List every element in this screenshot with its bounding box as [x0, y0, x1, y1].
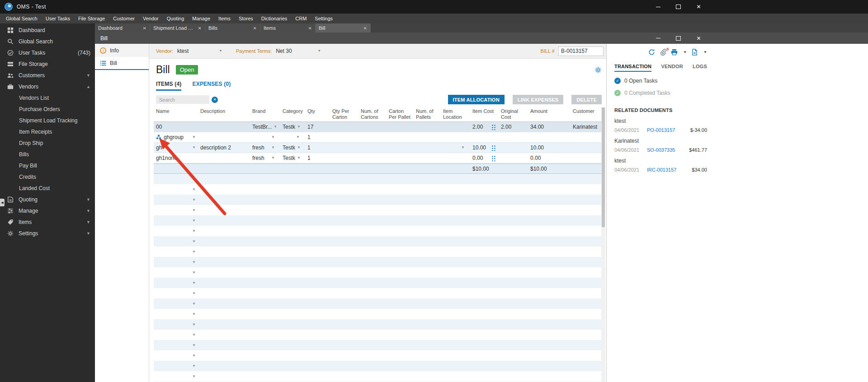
menu-item-global-search[interactable]: Global Search	[2, 16, 42, 21]
cell-dropdown-caret-icon[interactable]: ▼	[190, 188, 196, 191]
cell-dropdown-caret-icon[interactable]: ▼	[272, 125, 277, 129]
sidebar-item-file-storage[interactable]: File Storage	[0, 58, 95, 70]
cell-dropdown-caret-icon[interactable]: ▼	[190, 271, 196, 275]
cell-dropdown-caret-icon[interactable]: ▼	[190, 146, 196, 149]
link-expenses-button[interactable]: LINK EXPENSES	[513, 95, 564, 104]
document-tab-bills[interactable]: Bills✕	[205, 23, 260, 33]
row-menu-dots-icon[interactable]	[491, 155, 495, 161]
table-row-00[interactable]: 00TestBr...▼Testk▼172.002.0034.00Karinat…	[154, 122, 601, 132]
sidebar-item-item-receipts[interactable]: Item Receipts	[0, 126, 95, 137]
empty-table-row[interactable]: ▼	[154, 174, 601, 184]
sidebar-item-vendors-list[interactable]: Vendors List	[0, 92, 95, 103]
empty-table-row[interactable]: ▼	[154, 257, 601, 267]
attachment-icon[interactable]: 0	[660, 49, 666, 56]
cell-dropdown-caret-icon[interactable]: ▼	[190, 333, 196, 337]
related-document-link[interactable]: SO-0037335	[647, 147, 675, 153]
empty-table-row[interactable]: ▼	[154, 267, 601, 278]
tab-close-icon[interactable]: ✕	[306, 26, 312, 31]
document-tab-bill[interactable]: Bill✕	[316, 23, 371, 33]
cell-dropdown-caret-icon[interactable]: ▼	[294, 135, 300, 139]
empty-table-row[interactable]: ▼	[154, 236, 601, 247]
inner-minimize-button[interactable]	[648, 33, 668, 44]
sidebar-item-global-search[interactable]: Global Search	[0, 36, 95, 47]
panel-tab-logs[interactable]: LOGS	[693, 64, 707, 72]
tab-close-icon[interactable]: ✕	[140, 26, 146, 31]
table-scrollbar[interactable]	[601, 107, 605, 382]
cell-dropdown-caret-icon[interactable]: ▼	[295, 156, 301, 160]
sidebar-item-items[interactable]: Items▼	[0, 216, 95, 228]
panel-tab-vendor[interactable]: VENDOR	[661, 64, 683, 72]
maximize-button[interactable]	[668, 0, 689, 14]
cell-dropdown-caret-icon[interactable]: ▼	[190, 375, 196, 378]
menu-item-manage[interactable]: Manage	[188, 16, 214, 21]
tab-close-icon[interactable]: ✕	[361, 26, 367, 31]
empty-table-row[interactable]: ▼	[154, 205, 601, 215]
refresh-icon[interactable]	[648, 49, 655, 56]
sidebar-item-bills[interactable]: Bills	[0, 149, 95, 160]
row-menu-dots-icon[interactable]	[491, 144, 495, 151]
related-document-link[interactable]: IRC-0013157	[647, 167, 676, 172]
table-row-gh1none[interactable]: gh1nonefresh▼Testk▼10.000.00	[154, 153, 601, 163]
cell-dropdown-caret-icon[interactable]: ▼	[190, 354, 196, 358]
sidebar-item-vendors[interactable]: Vendors▲	[0, 81, 95, 92]
empty-table-row[interactable]: ▼	[154, 319, 601, 330]
sidebar-item-user-tasks[interactable]: User Tasks(743)	[0, 47, 95, 58]
menu-item-stores[interactable]: Stores	[235, 16, 257, 21]
tab-expenses-0[interactable]: EXPENSES (0)	[192, 81, 231, 91]
menu-item-vendor[interactable]: Vendor	[139, 16, 163, 21]
cell-dropdown-caret-icon[interactable]: ▼	[190, 364, 196, 368]
cell-dropdown-caret-icon[interactable]: ▼	[295, 125, 301, 129]
document-tab-shipment-load-trac[interactable]: Shipment Load Trac...✕	[150, 23, 205, 33]
menu-item-quoting[interactable]: Quoting	[163, 16, 189, 21]
empty-table-row[interactable]: ▼	[154, 288, 601, 298]
empty-table-row[interactable]: ▼	[154, 195, 601, 205]
table-row-gh[interactable]: gh▼description 2fresh▼Testk▼1▼10.0010.00	[154, 143, 601, 153]
menu-item-settings[interactable]: Settings	[311, 16, 337, 21]
empty-table-row[interactable]: ▼	[154, 309, 601, 319]
cell-dropdown-caret-icon[interactable]: ▼	[190, 209, 196, 212]
payment-terms-select[interactable]: Net 30 ▼	[276, 48, 321, 54]
nav-item-bill[interactable]: Bill	[95, 57, 149, 70]
inner-restore-button[interactable]	[668, 33, 689, 44]
sidebar-collapse-button[interactable]: ◀	[0, 199, 5, 206]
cell-dropdown-caret-icon[interactable]: ▼	[190, 312, 196, 316]
cell-dropdown-caret-icon[interactable]: ▼	[190, 135, 196, 139]
bill-number-input[interactable]	[558, 47, 604, 56]
inner-close-button[interactable]: ✕	[689, 33, 709, 44]
cell-dropdown-caret-icon[interactable]: ▼	[190, 177, 196, 181]
cell-dropdown-caret-icon[interactable]: ▼	[295, 146, 301, 149]
sidebar-item-manage[interactable]: Manage▼	[0, 205, 95, 216]
cell-dropdown-caret-icon[interactable]: ▼	[190, 323, 196, 326]
empty-table-row[interactable]: ▼	[154, 330, 601, 340]
cell-dropdown-caret-icon[interactable]: ▼	[190, 344, 196, 347]
scrollbar-thumb[interactable]	[602, 107, 605, 227]
empty-table-row[interactable]: ▼	[154, 278, 601, 288]
export-icon[interactable]	[691, 49, 698, 56]
cell-dropdown-caret-icon[interactable]: ▼	[269, 156, 275, 160]
menu-item-dictionaries[interactable]: Dictionaries	[257, 16, 291, 21]
empty-table-row[interactable]: ▼	[154, 340, 601, 350]
sidebar-item-dashboard[interactable]: Dashboard	[0, 24, 95, 36]
cell-dropdown-caret-icon[interactable]: ▼	[190, 229, 196, 233]
cell-dropdown-caret-icon[interactable]: ▼	[190, 302, 196, 306]
empty-table-row[interactable]: ▼	[154, 247, 601, 257]
cell-dropdown-caret-icon[interactable]: ▼	[459, 146, 465, 149]
empty-table-row[interactable]: ▼	[154, 371, 601, 382]
cell-dropdown-caret-icon[interactable]: ▼	[190, 198, 196, 202]
empty-table-row[interactable]: ▼	[154, 226, 601, 236]
tab-items-4[interactable]: ITEMS (4)	[156, 81, 181, 91]
sidebar-item-quoting[interactable]: Quoting▼	[0, 194, 95, 205]
sidebar-item-landed-cost[interactable]: Landed Cost	[0, 182, 95, 194]
clear-search-icon[interactable]: ✕	[212, 97, 218, 103]
chevron-down-icon[interactable]: ▼	[703, 50, 707, 54]
row-menu-dots-icon[interactable]	[491, 124, 495, 130]
menu-item-crm[interactable]: CRM	[291, 16, 311, 21]
empty-table-row[interactable]: ▼	[154, 184, 601, 195]
cell-dropdown-caret-icon[interactable]: ▼	[190, 281, 196, 285]
search-input[interactable]	[156, 95, 209, 104]
nav-item-info[interactable]: i Info	[95, 44, 149, 57]
empty-table-row[interactable]: ▼	[154, 298, 601, 309]
empty-table-row[interactable]: ▼	[154, 350, 601, 361]
empty-table-row[interactable]: ▼	[154, 361, 601, 371]
sidebar-item-credits[interactable]: Credits	[0, 171, 95, 182]
